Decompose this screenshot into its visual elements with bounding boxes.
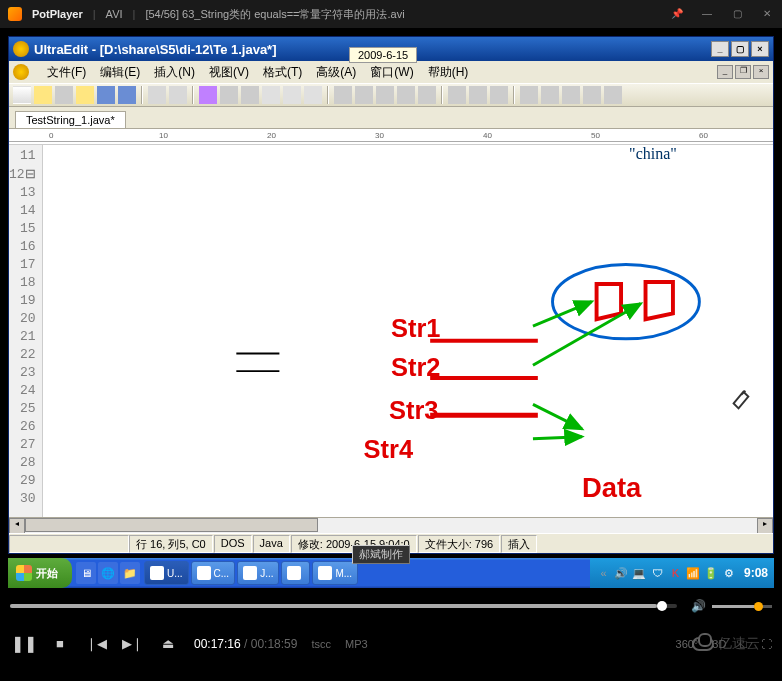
tray-7[interactable]: ⚙	[722, 566, 737, 581]
ql-2[interactable]: 🌐	[98, 562, 118, 584]
copy-icon[interactable]	[283, 86, 301, 104]
maximize-button[interactable]: ▢	[730, 7, 744, 21]
t4-icon[interactable]	[355, 86, 373, 104]
task-button-2[interactable]: J...	[237, 561, 279, 585]
status-size: 文件大小: 796	[418, 535, 500, 553]
menu-view[interactable]: 视图(V)	[209, 64, 249, 81]
tray-2[interactable]: 💻	[632, 566, 647, 581]
minimize-button[interactable]: —	[700, 7, 714, 21]
close-icon[interactable]	[55, 86, 73, 104]
start-button[interactable]: 开始	[8, 558, 72, 588]
t15-icon[interactable]	[604, 86, 622, 104]
t1-icon[interactable]	[220, 86, 238, 104]
ql-3[interactable]: 📁	[120, 562, 140, 584]
t2-icon[interactable]	[241, 86, 259, 104]
code-text[interactable]: public static void main(String[] args) {…	[43, 145, 49, 517]
menu-edit[interactable]: 编辑(E)	[100, 64, 140, 81]
ql-1[interactable]: 🖥	[76, 562, 96, 584]
t11-icon[interactable]	[520, 86, 538, 104]
ue-max[interactable]: ▢	[731, 41, 749, 57]
task-button-3[interactable]	[281, 561, 310, 585]
video-area[interactable]: UltraEdit - [D:\share\S5\di-12\Te 1.java…	[0, 28, 782, 596]
menu-format[interactable]: 格式(T)	[263, 64, 302, 81]
insert1-icon[interactable]	[199, 86, 217, 104]
paste-icon[interactable]	[304, 86, 322, 104]
ue-min[interactable]: _	[711, 41, 729, 57]
print-icon[interactable]	[148, 86, 166, 104]
t8-icon[interactable]	[448, 86, 466, 104]
taskbar-tooltip: 郝斌制作	[352, 545, 410, 564]
t13-icon[interactable]	[562, 86, 580, 104]
saveall-icon[interactable]	[118, 86, 136, 104]
status-mode: 插入	[501, 535, 537, 553]
ultraedit-window: UltraEdit - [D:\share\S5\di-12\Te 1.java…	[8, 36, 774, 554]
ultraedit-icon	[13, 41, 29, 57]
pin-button[interactable]: 📌	[670, 7, 684, 21]
preview-icon[interactable]	[169, 86, 187, 104]
scroll-left[interactable]: ◂	[9, 518, 25, 534]
tray-expand[interactable]: «	[596, 566, 611, 581]
tray-6[interactable]: 🔋	[704, 566, 719, 581]
fullscreen-button[interactable]: ⛶	[761, 638, 772, 650]
t12-icon[interactable]	[541, 86, 559, 104]
stop-button[interactable]: ■	[46, 630, 74, 658]
vr-button[interactable]: 360°	[676, 638, 699, 650]
mdi-min[interactable]: _	[717, 65, 733, 79]
task-button-1[interactable]: C...	[191, 561, 236, 585]
scroll-right[interactable]: ▸	[757, 518, 773, 534]
editor-area[interactable]: 11 12⊟ 13 14 15 16 17 18 19 20 21 22 23 …	[9, 145, 773, 517]
tray-clock[interactable]: 9:08	[744, 566, 768, 580]
quick-launch: 🖥 🌐 📁	[76, 562, 140, 584]
menu-insert[interactable]: 插入(N)	[154, 64, 195, 81]
3d-button[interactable]: 3D	[712, 638, 726, 650]
mdi-close[interactable]: ×	[753, 65, 769, 79]
menu-window[interactable]: 窗口(W)	[370, 64, 413, 81]
date-popup: 2009-6-15	[349, 47, 417, 63]
svg-line-6	[533, 404, 582, 428]
pip-button[interactable]: □	[740, 638, 747, 650]
menu-file[interactable]: 文件(F)	[47, 64, 86, 81]
menu-advanced[interactable]: 高级(A)	[316, 64, 356, 81]
line-gutter: 11 12⊟ 13 14 15 16 17 18 19 20 21 22 23 …	[9, 145, 43, 517]
h-scrollbar[interactable]: ◂ ▸	[9, 517, 773, 533]
open-icon[interactable]	[34, 86, 52, 104]
window-title: UltraEdit - [D:\share\S5\di-12\Te 1.java…	[34, 42, 277, 57]
cut-icon[interactable]	[262, 86, 280, 104]
t3-icon[interactable]	[334, 86, 352, 104]
prev-button[interactable]: ❘◀	[82, 630, 110, 658]
volume-icon[interactable]: 🔊	[691, 599, 706, 613]
save-icon[interactable]	[97, 86, 115, 104]
svg-line-7	[533, 437, 582, 439]
next-button[interactable]: ▶❘	[118, 630, 146, 658]
ruler: 0 10 20 30 40 50 60	[9, 129, 773, 145]
svg-text:Str3: Str3	[389, 396, 438, 424]
status-help[interactable]	[9, 535, 129, 553]
menu-help[interactable]: 帮助(H)	[428, 64, 469, 81]
tray-3[interactable]: 🛡	[650, 566, 665, 581]
t7-icon[interactable]	[418, 86, 436, 104]
volume-bar[interactable]	[712, 605, 772, 608]
potplayer-icon	[8, 7, 22, 21]
tray-4[interactable]: K	[668, 566, 683, 581]
open2-icon[interactable]	[76, 86, 94, 104]
t6-icon[interactable]	[397, 86, 415, 104]
mdi-restore[interactable]: ❐	[735, 65, 751, 79]
tab-teststring[interactable]: TestString_1.java*	[15, 111, 126, 128]
task-button-4[interactable]: M...	[312, 561, 358, 585]
scroll-thumb[interactable]	[25, 518, 318, 532]
close-button[interactable]: ✕	[760, 7, 774, 21]
tray-5[interactable]: 📶	[686, 566, 701, 581]
t10-icon[interactable]	[490, 86, 508, 104]
t14-icon[interactable]	[583, 86, 601, 104]
seek-bar[interactable]	[10, 604, 677, 608]
eject-button[interactable]: ⏏	[154, 630, 182, 658]
pause-button[interactable]: ❚❚	[10, 630, 38, 658]
t5-icon[interactable]	[376, 86, 394, 104]
tray-1[interactable]: 🔊	[614, 566, 629, 581]
new-icon[interactable]	[13, 86, 31, 104]
t9-icon[interactable]	[469, 86, 487, 104]
task-button-0[interactable]: U...	[144, 561, 189, 585]
ue-close[interactable]: ×	[751, 41, 769, 57]
file-format: AVI	[106, 8, 123, 20]
seek-thumb[interactable]	[657, 601, 667, 611]
